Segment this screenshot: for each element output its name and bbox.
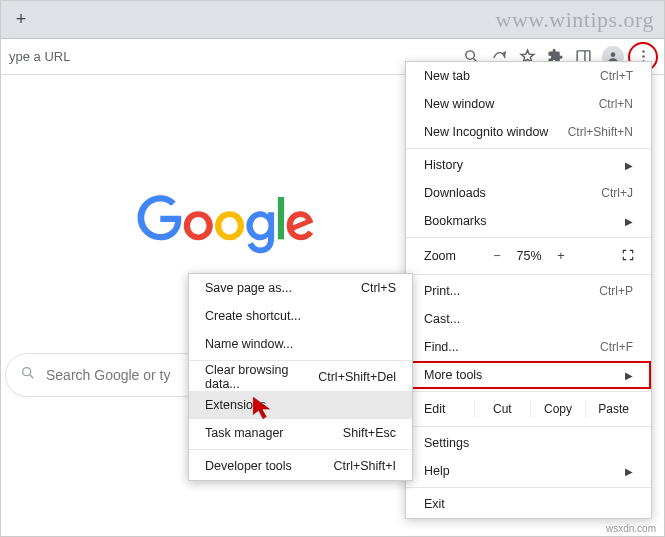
menu-separator <box>406 237 651 238</box>
svg-line-10 <box>30 375 33 378</box>
submenu-arrow-icon: ▶ <box>625 370 633 381</box>
menu-help[interactable]: Help▶ <box>406 457 651 485</box>
footer-mark: wsxdn.com <box>606 523 656 534</box>
svg-point-5 <box>611 52 616 57</box>
submenu-arrow-icon: ▶ <box>625 160 633 171</box>
submenu-arrow-icon: ▶ <box>625 466 633 477</box>
zoom-out-button[interactable]: − <box>484 249 510 263</box>
svg-point-6 <box>642 50 645 53</box>
menu-more-tools[interactable]: More tools▶ <box>406 361 651 389</box>
menu-exit[interactable]: Exit <box>406 490 651 518</box>
menu-new-window[interactable]: New windowCtrl+N <box>406 90 651 118</box>
submenu-task-manager[interactable]: Task managerShift+Esc <box>189 419 412 447</box>
menu-print[interactable]: Print...Ctrl+P <box>406 277 651 305</box>
menu-separator <box>406 148 651 149</box>
menu-cast[interactable]: Cast... <box>406 305 651 333</box>
submenu-save-page[interactable]: Save page as...Ctrl+S <box>189 274 412 302</box>
edit-paste[interactable]: Paste <box>585 400 641 418</box>
submenu-extensions[interactable]: Extensions <box>189 391 412 419</box>
menu-bookmarks[interactable]: Bookmarks▶ <box>406 207 651 235</box>
menu-separator <box>406 487 651 488</box>
submenu-create-shortcut[interactable]: Create shortcut... <box>189 302 412 330</box>
submenu-dev-tools[interactable]: Developer toolsCtrl+Shift+I <box>189 452 412 480</box>
menu-new-tab[interactable]: New tabCtrl+T <box>406 62 651 90</box>
svg-point-9 <box>23 368 31 376</box>
menu-edit-row: Edit Cut Copy Paste <box>406 394 651 424</box>
menu-zoom: Zoom − 75% + <box>406 240 651 272</box>
plus-icon: + <box>16 9 27 30</box>
submenu-clear-data[interactable]: Clear browsing data...Ctrl+Shift+Del <box>189 363 412 391</box>
submenu-name-window[interactable]: Name window... <box>189 330 412 358</box>
zoom-in-button[interactable]: + <box>548 249 574 263</box>
submenu-arrow-icon: ▶ <box>625 216 633 227</box>
fullscreen-icon[interactable] <box>617 248 639 265</box>
svg-point-7 <box>642 55 645 58</box>
svg-point-0 <box>465 51 474 60</box>
new-tab-button[interactable]: + <box>7 6 35 34</box>
menu-separator <box>406 391 651 392</box>
search-icon <box>20 365 36 385</box>
tab-strip: + <box>1 1 664 39</box>
menu-separator <box>406 274 651 275</box>
submenu-separator <box>189 449 412 450</box>
zoom-value: 75% <box>510 249 548 263</box>
more-tools-submenu: Save page as...Ctrl+S Create shortcut...… <box>188 273 413 481</box>
chrome-menu: New tabCtrl+T New windowCtrl+N New Incog… <box>405 61 652 519</box>
edit-copy[interactable]: Copy <box>530 400 586 418</box>
menu-find[interactable]: Find...Ctrl+F <box>406 333 651 361</box>
menu-settings[interactable]: Settings <box>406 429 651 457</box>
omnibox-placeholder[interactable]: ype a URL <box>7 49 70 64</box>
menu-downloads[interactable]: DownloadsCtrl+J <box>406 179 651 207</box>
submenu-separator <box>189 360 412 361</box>
menu-new-incognito[interactable]: New Incognito windowCtrl+Shift+N <box>406 118 651 146</box>
menu-history[interactable]: History▶ <box>406 151 651 179</box>
google-logo <box>136 195 316 259</box>
search-box[interactable]: Search Google or ty <box>5 353 205 397</box>
menu-separator <box>406 426 651 427</box>
edit-cut[interactable]: Cut <box>474 400 530 418</box>
search-placeholder: Search Google or ty <box>46 367 171 383</box>
